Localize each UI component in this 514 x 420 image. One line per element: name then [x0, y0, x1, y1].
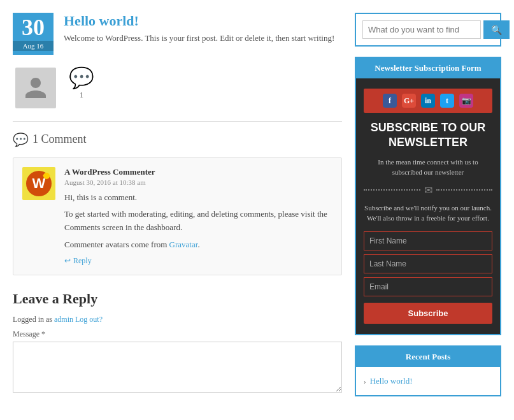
comment-bubble-icon: 💬 — [69, 68, 94, 88]
comment-bubble-area: 💬 1 — [69, 68, 94, 100]
recent-post-item: › Hello world! — [364, 373, 492, 389]
comment-reply-link[interactable]: ↩ Reply — [64, 256, 92, 266]
comments-section: 💬 1 Comment W A WordPress Commenter — [13, 121, 342, 275]
author-avatar — [15, 68, 56, 108]
newsletter-widget: Newsletter Subscription Form f G+ in t 📷… — [355, 57, 501, 335]
gravatar-prefix: Commenter avatars come from — [64, 240, 169, 249]
comment-body: A WordPress Commenter August 30, 2016 at… — [64, 167, 332, 266]
post-header: 30 Aug 16 Hello world! Welcome to WordPr… — [13, 13, 342, 55]
sidebar: 🔍 Newsletter Subscription Form f G+ in t… — [355, 13, 501, 407]
search-input[interactable] — [362, 20, 481, 39]
last-name-input[interactable] — [364, 254, 492, 273]
twitter-icon[interactable]: t — [440, 94, 454, 108]
arrow-icon: › — [364, 377, 366, 385]
search-icon: 🔍 — [491, 25, 502, 35]
main-content: 30 Aug 16 Hello world! Welcome to WordPr… — [13, 13, 342, 407]
reply-label: Reply — [73, 256, 92, 266]
first-name-input[interactable] — [364, 231, 492, 250]
comment-item: W A WordPress Commenter August 30, 2016 … — [13, 157, 342, 275]
email-input[interactable] — [364, 277, 492, 296]
post-icons-row: 💬 1 — [13, 68, 342, 108]
comments-heading: 💬 1 Comment — [13, 132, 342, 147]
svg-text:W: W — [32, 175, 46, 191]
comments-bubble-icon: 💬 — [13, 132, 29, 147]
newsletter-widget-title: Newsletter Subscription Form — [356, 58, 500, 78]
comments-count-label: 1 Comment — [32, 133, 87, 146]
post-date-day: 30 — [13, 13, 54, 41]
comment-author: A WordPress Commenter — [64, 167, 332, 177]
recent-posts-list: › Hello world! — [356, 367, 500, 395]
subscribe-button[interactable]: Subscribe — [364, 303, 492, 324]
right-dots — [436, 189, 493, 191]
newsletter-subtext: In the mean time connect with us to subs… — [364, 157, 492, 178]
left-dots — [364, 189, 420, 191]
commenter-avatar: W — [22, 167, 55, 200]
logout-link[interactable]: Log out? — [75, 315, 103, 324]
instagram-icon[interactable]: 📷 — [459, 94, 473, 108]
post-date-month-year: Aug 16 — [13, 41, 54, 51]
search-button[interactable]: 🔍 — [483, 20, 510, 39]
leave-reply-section: Leave a Reply Logged in as admin Log out… — [13, 291, 342, 395]
newsletter-headline: SUBSCRIBE TO OUR NEWSLETTER — [364, 120, 492, 150]
person-icon — [23, 75, 48, 101]
admin-link[interactable]: admin — [54, 315, 73, 324]
newsletter-inner: f G+ in t 📷 SUBSCRIBE TO OUR NEWSLETTER … — [356, 78, 500, 334]
message-textarea[interactable] — [13, 342, 342, 393]
comment-count: 1 — [80, 91, 83, 100]
reply-arrow-icon: ↩ — [64, 256, 71, 266]
comment-date: August 30, 2016 at 10:38 am — [64, 178, 332, 186]
envelope-divider: ✉ — [364, 184, 492, 196]
comment-text-1: Hi, this is a comment. — [64, 191, 332, 205]
envelope-icon: ✉ — [424, 184, 432, 196]
post-date-box: 30 Aug 16 — [13, 13, 54, 55]
comment-text-2: To get started with moderating, editing,… — [64, 208, 332, 235]
recent-post-link[interactable]: Hello world! — [370, 376, 413, 386]
facebook-icon[interactable]: f — [383, 94, 397, 108]
post-title: Hello world! — [64, 13, 334, 29]
recent-posts-widget-title: Recent Posts — [356, 347, 500, 367]
post-title-area: Hello world! Welcome to WordPress. This … — [64, 13, 334, 43]
message-label: Message * — [13, 329, 342, 339]
leave-reply-heading: Leave a Reply — [13, 291, 342, 307]
googleplus-icon[interactable]: G+ — [402, 94, 416, 108]
search-widget: 🔍 — [355, 13, 501, 47]
linkedin-icon[interactable]: in — [421, 94, 435, 108]
recent-posts-widget: Recent Posts › Hello world! — [355, 345, 501, 396]
newsletter-launch-text: Subscribe and we'll notify you on our la… — [364, 203, 492, 224]
logged-in-text: Logged in as admin Log out? — [13, 315, 342, 324]
gravatar-link[interactable]: Gravatar — [169, 240, 198, 249]
comment-text-3: Commenter avatars come from Gravatar. — [64, 238, 332, 252]
logged-in-prefix: Logged in as — [13, 315, 54, 324]
social-icons-row: f G+ in t 📷 — [364, 89, 492, 113]
post-excerpt: Welcome to WordPress. This is your first… — [64, 33, 334, 43]
